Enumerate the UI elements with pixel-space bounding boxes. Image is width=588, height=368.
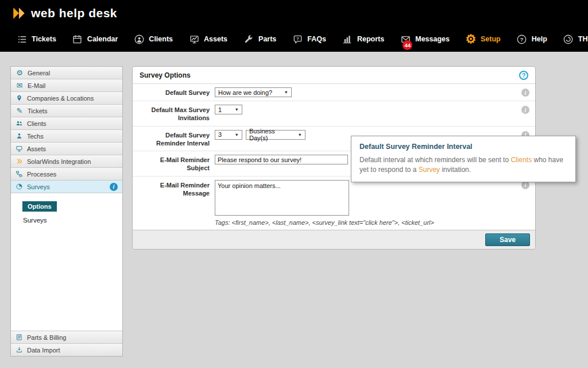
person-icon [16, 132, 23, 140]
sidebar-item-email[interactable]: ✉ E-Mail [11, 79, 122, 92]
select-value: 1 [218, 106, 222, 113]
sidebar-item-label: Clients [27, 120, 47, 127]
faqs-icon: ? [292, 33, 303, 45]
sidebar-item-solarwinds-integration[interactable]: SolarWinds Integration [11, 155, 122, 168]
sidebar-item-general[interactable]: ⚙ General [11, 67, 122, 79]
panel-footer: Save [133, 230, 535, 249]
default-survey-select[interactable]: How are we doing? ▼ [215, 87, 292, 97]
surveys-subsection: Options Surveys [11, 193, 122, 224]
reminder-interval-unit-select[interactable]: Business Day(s) ▼ [246, 130, 305, 140]
pie-chart-icon [16, 183, 23, 190]
sidebar-item-label: SolarWinds Integration [27, 158, 91, 165]
logo-text: web help desk [31, 6, 117, 20]
max-invitations-select[interactable]: 1 ▼ [215, 105, 242, 114]
nav-label: Parts [258, 35, 276, 43]
field-label: Default Survey Reminder Interval [138, 130, 210, 148]
messages-icon: 44 [400, 33, 411, 45]
parts-icon [243, 33, 254, 45]
svg-text:?: ? [296, 36, 299, 41]
nav-label: Help [532, 35, 547, 43]
setup-sidebar: ⚙ General ✉ E-Mail Companies & Locations… [10, 66, 123, 356]
sidebar-item-label: General [28, 70, 50, 76]
nav-label: Setup [481, 35, 501, 43]
surveys-info-icon[interactable]: i [110, 183, 118, 191]
help-question-icon[interactable]: ? [519, 71, 528, 80]
sidebar-item-label: Parts & Billing [27, 334, 66, 341]
chevron-down-icon: ▼ [284, 90, 288, 95]
subnav-surveys[interactable]: Surveys [22, 217, 117, 224]
field-label: E-Mail Reminder Subject [138, 155, 210, 172]
tooltip-highlight: Survey [419, 166, 440, 174]
flowchart-icon [16, 170, 23, 178]
info-icon[interactable]: i [521, 106, 529, 114]
nav-item-reports[interactable]: Reports [342, 33, 384, 45]
sidebar-item-parts-billing[interactable]: Parts & Billing [11, 331, 122, 343]
sidebar-item-processes[interactable]: Processes [11, 168, 122, 181]
save-button[interactable]: Save [485, 233, 530, 246]
solarwinds-logo-icon [11, 6, 26, 21]
nav-item-clients[interactable]: Clients [133, 33, 173, 45]
tags-note: Tags: <first_name>, <last_name>, <survey… [215, 219, 434, 226]
people-icon [16, 120, 23, 127]
sidebar-item-data-import[interactable]: Data Import [11, 343, 122, 356]
panel-header: Survey Options ? [133, 67, 535, 84]
reminder-message-textarea[interactable]: Your opinion matters... [215, 180, 349, 216]
envelope-icon: ✉ [16, 82, 24, 89]
tickets-icon [16, 33, 28, 45]
calendar-icon [72, 33, 83, 45]
sidebar-item-tickets[interactable]: ✎ Tickets [11, 105, 122, 117]
chevron-down-icon: ▼ [298, 132, 302, 137]
import-arrow-icon [16, 346, 23, 354]
main-navbar: Tickets Calendar Clients Assets Parts ? … [0, 26, 588, 52]
tooltip-title: Default Survey Reminder Interval [359, 143, 567, 151]
nav-item-faqs[interactable]: ? FAQs [292, 33, 326, 45]
field-label: Default Max Survey Invitations [138, 105, 210, 122]
sidebar-bottom: Parts & Billing Data Import [11, 331, 122, 356]
nav-label: THWACK [578, 35, 588, 43]
nav-item-parts[interactable]: Parts [243, 33, 276, 45]
info-icon[interactable]: i [521, 89, 529, 97]
thwack-icon [563, 33, 574, 45]
select-value: Business Day(s) [249, 128, 292, 141]
nav-label: Assets [204, 35, 227, 43]
nav-item-setup[interactable]: ⚙ Setup [465, 33, 501, 45]
gear-icon: ⚙ [16, 69, 24, 76]
setup-gear-icon: ⚙ [465, 33, 477, 45]
sidebar-item-companies-locations[interactable]: Companies & Locations [11, 92, 122, 105]
max-invitations-row: Default Max Survey Invitations 1 ▼ i [133, 101, 535, 126]
receipt-icon [16, 334, 23, 341]
messages-count-badge: 44 [403, 40, 412, 50]
solarwinds-chevron-icon [16, 158, 23, 165]
chevron-down-icon: ▼ [235, 107, 239, 112]
nav-item-help[interactable]: ? Help [516, 33, 547, 45]
sidebar-item-assets[interactable]: Assets [11, 143, 122, 155]
reminder-interval-number-select[interactable]: 3 ▼ [215, 130, 242, 140]
nav-item-thwack[interactable]: THWACK [563, 33, 588, 45]
svg-text:?: ? [520, 36, 524, 42]
nav-item-tickets[interactable]: Tickets [16, 33, 56, 45]
sidebar-item-label: Techs [27, 133, 44, 140]
assets-icon [188, 33, 200, 45]
nav-label: Calendar [87, 35, 118, 43]
nav-item-messages[interactable]: 44 Messages [400, 33, 450, 45]
help-icon: ? [516, 33, 528, 45]
app-logo[interactable]: web help desk [11, 6, 117, 21]
field-label: Default Survey [138, 87, 210, 97]
info-icon[interactable]: i [521, 181, 529, 189]
nav-item-assets[interactable]: Assets [188, 33, 227, 45]
sidebar-item-label: Tickets [28, 108, 47, 114]
nav-item-calendar[interactable]: Calendar [72, 33, 118, 45]
tooltip-body: Default interval at which reminders will… [359, 155, 567, 175]
reminder-interval-tooltip: Default Survey Reminder Interval Default… [351, 136, 576, 182]
sidebar-spacer [11, 224, 122, 331]
nav-label: Reports [357, 35, 384, 43]
reminder-subject-input[interactable] [215, 155, 348, 164]
sidebar-item-techs[interactable]: Techs [11, 130, 122, 143]
subnav-options[interactable]: Options [22, 201, 57, 212]
sidebar-item-surveys[interactable]: Surveys i [11, 181, 122, 193]
nav-label: Tickets [32, 35, 56, 43]
location-pin-icon [16, 94, 23, 102]
field-label: E-Mail Reminder Message [138, 180, 210, 198]
sidebar-item-clients[interactable]: Clients [11, 117, 122, 130]
tooltip-text: invitation. [440, 166, 471, 174]
